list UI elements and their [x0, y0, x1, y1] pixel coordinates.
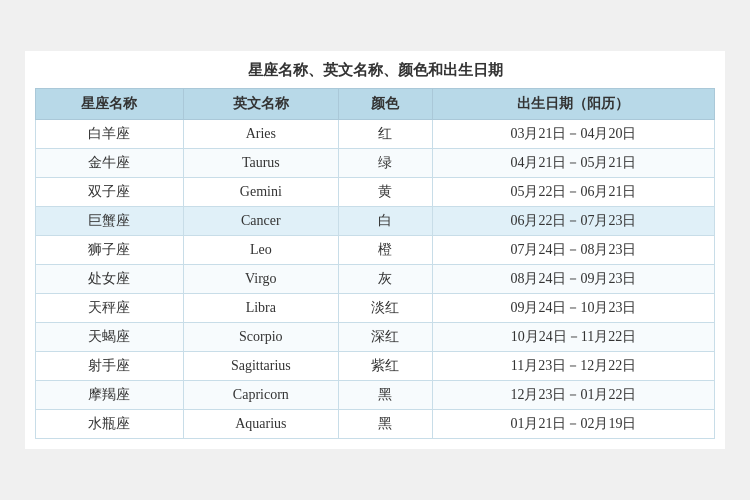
- table-cell: 04月21日－05月21日: [432, 149, 714, 178]
- table-cell: Gemini: [183, 178, 338, 207]
- table-cell: 灰: [338, 265, 432, 294]
- table-cell: 白羊座: [36, 120, 184, 149]
- table-cell: 白: [338, 207, 432, 236]
- table-cell: 狮子座: [36, 236, 184, 265]
- header-color: 颜色: [338, 89, 432, 120]
- page-title: 星座名称、英文名称、颜色和出生日期: [35, 61, 715, 80]
- main-container: 星座名称、英文名称、颜色和出生日期 星座名称 英文名称 颜色 出生日期（阳历） …: [25, 51, 725, 449]
- table-cell: 金牛座: [36, 149, 184, 178]
- table-cell: 08月24日－09月23日: [432, 265, 714, 294]
- table-cell: 11月23日－12月22日: [432, 352, 714, 381]
- table-row: 水瓶座Aquarius黑01月21日－02月19日: [36, 410, 715, 439]
- table-cell: 07月24日－08月23日: [432, 236, 714, 265]
- table-cell: 10月24日－11月22日: [432, 323, 714, 352]
- table-cell: 淡红: [338, 294, 432, 323]
- table-cell: 射手座: [36, 352, 184, 381]
- table-cell: Sagittarius: [183, 352, 338, 381]
- table-row: 白羊座Aries红03月21日－04月20日: [36, 120, 715, 149]
- table-cell: 紫红: [338, 352, 432, 381]
- table-row: 狮子座Leo橙07月24日－08月23日: [36, 236, 715, 265]
- table-cell: 06月22日－07月23日: [432, 207, 714, 236]
- table-cell: 绿: [338, 149, 432, 178]
- table-cell: 红: [338, 120, 432, 149]
- table-cell: 黑: [338, 410, 432, 439]
- table-header-row: 星座名称 英文名称 颜色 出生日期（阳历）: [36, 89, 715, 120]
- table-cell: 橙: [338, 236, 432, 265]
- table-cell: Virgo: [183, 265, 338, 294]
- table-cell: 09月24日－10月23日: [432, 294, 714, 323]
- table-cell: Libra: [183, 294, 338, 323]
- table-cell: 水瓶座: [36, 410, 184, 439]
- table-cell: 天秤座: [36, 294, 184, 323]
- table-row: 摩羯座Capricorn黑12月23日－01月22日: [36, 381, 715, 410]
- table-cell: Cancer: [183, 207, 338, 236]
- table-row: 金牛座Taurus绿04月21日－05月21日: [36, 149, 715, 178]
- table-row: 射手座Sagittarius紫红11月23日－12月22日: [36, 352, 715, 381]
- header-zh: 星座名称: [36, 89, 184, 120]
- table-cell: 01月21日－02月19日: [432, 410, 714, 439]
- table-cell: 处女座: [36, 265, 184, 294]
- header-en: 英文名称: [183, 89, 338, 120]
- table-cell: 巨蟹座: [36, 207, 184, 236]
- table-cell: Capricorn: [183, 381, 338, 410]
- table-cell: Aquarius: [183, 410, 338, 439]
- table-cell: 深红: [338, 323, 432, 352]
- table-cell: 黑: [338, 381, 432, 410]
- table-cell: 双子座: [36, 178, 184, 207]
- table-row: 天蝎座Scorpio深红10月24日－11月22日: [36, 323, 715, 352]
- table-cell: 03月21日－04月20日: [432, 120, 714, 149]
- table-cell: Scorpio: [183, 323, 338, 352]
- table-cell: 黄: [338, 178, 432, 207]
- table-cell: Taurus: [183, 149, 338, 178]
- table-row: 处女座Virgo灰08月24日－09月23日: [36, 265, 715, 294]
- header-date: 出生日期（阳历）: [432, 89, 714, 120]
- table-cell: 12月23日－01月22日: [432, 381, 714, 410]
- table-cell: 天蝎座: [36, 323, 184, 352]
- table-cell: Aries: [183, 120, 338, 149]
- table-cell: Leo: [183, 236, 338, 265]
- zodiac-table: 星座名称 英文名称 颜色 出生日期（阳历） 白羊座Aries红03月21日－04…: [35, 88, 715, 439]
- table-row: 天秤座Libra淡红09月24日－10月23日: [36, 294, 715, 323]
- table-row: 双子座Gemini黄05月22日－06月21日: [36, 178, 715, 207]
- table-cell: 摩羯座: [36, 381, 184, 410]
- table-row: 巨蟹座Cancer白06月22日－07月23日: [36, 207, 715, 236]
- table-cell: 05月22日－06月21日: [432, 178, 714, 207]
